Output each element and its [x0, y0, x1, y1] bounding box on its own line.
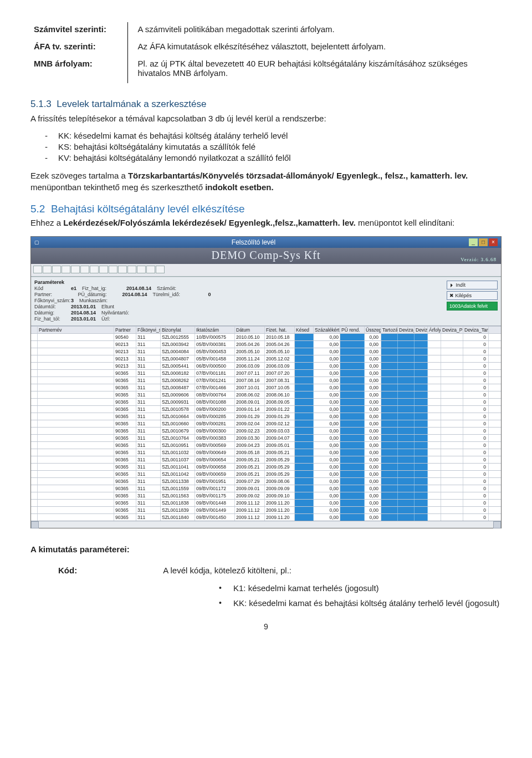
column-header[interactable]: Üsszeg [365, 327, 381, 333]
column-header[interactable]: Bizonylat [161, 327, 195, 333]
table-row[interactable]: 90365311SZL000818207/BV/0011812007.07.11… [31, 369, 501, 377]
table-row[interactable]: 90365311SZL000960608/BV/0007642008.06.02… [31, 391, 501, 398]
column-header[interactable]: Százalékért [314, 327, 340, 333]
toolbar-btn[interactable] [146, 266, 155, 273]
app-icon: ▢ [34, 240, 39, 245]
def-desc: Az ÁFA kimutatások elkészítéséhez válasz… [127, 39, 502, 57]
toolbar-btn[interactable] [156, 266, 165, 273]
adatok-button[interactable]: 1003Adatok felvit [447, 302, 498, 311]
definitions-table: Számvitel szerinti:A számviteli politiká… [30, 22, 502, 83]
list-item: K1: késedelmi kamat terhelés (jogosult) [219, 583, 502, 593]
kilepes-button[interactable]: ✖ Kilépés [447, 291, 498, 300]
table-row[interactable]: 90365311SZL001104109/BV/0006582009.05.21… [31, 463, 501, 470]
list-item: KK: késedelmi kamat és behajtási költség… [219, 598, 502, 608]
toolbar-btn[interactable] [109, 266, 117, 273]
def-desc: A számviteli politikában megadottak szer… [127, 22, 502, 39]
section-513-bullets: KK: késedelmi kamat és behajtási költség… [45, 131, 502, 162]
list-item: KV: behajtási költségátalány lemondó nyi… [45, 153, 502, 162]
table-row[interactable]: 90365311SZL001095109/BV/0005692009.04.23… [31, 441, 501, 449]
column-header[interactable]: Deviza_árfol [398, 327, 415, 333]
section-52-para: Ehhez a Lekérdezések/Folyószámla lekérde… [30, 217, 502, 228]
def-label: ÁFA tv. szerinti: [30, 39, 127, 57]
def-desc: Pl. az új PTK által bevezetett 40 EUR be… [127, 57, 502, 83]
table-row[interactable]: 90365311SZL001183809/BV/0014482009.11.12… [31, 499, 501, 506]
table-row[interactable]: 90213311SZL000480705/BV/0014582005.11.24… [31, 355, 501, 362]
toolbar-btn[interactable] [52, 266, 61, 273]
column-header[interactable]: Iktatószám [195, 327, 235, 333]
table-row[interactable]: 90365311SZL001103209/BV/0006492009.05.18… [31, 449, 501, 456]
heading-5-1-3: 5.1.3 Levelek tartalmának a szerkesztése [30, 99, 502, 110]
table-row[interactable]: 90365311SZL000993108/BV/0010882008.09.01… [31, 398, 501, 405]
params-section-title: A kimutatás paraméterei: [30, 544, 502, 555]
close-icon[interactable]: × [489, 238, 498, 246]
page-number: 9 [30, 622, 502, 631]
column-header[interactable]: Fizet. hat. [265, 327, 295, 333]
def-label: Számvitel szerinti: [30, 22, 127, 39]
toolbar-btn[interactable] [62, 266, 70, 273]
grid-header: PartnernévPartnerFőkönyvi_számBizonylatI… [31, 326, 501, 333]
column-header[interactable]: Partnernév [38, 327, 114, 333]
column-header[interactable]: Deviza_Tartozás [463, 327, 489, 333]
toolbar-btn[interactable] [118, 266, 127, 273]
minimize-icon[interactable]: _ [469, 238, 478, 246]
column-header[interactable] [31, 327, 38, 333]
column-header[interactable]: PÜ rend. [340, 327, 365, 333]
column-header[interactable]: Deviza_PÜ_rend [441, 327, 463, 333]
column-header[interactable]: Partner [114, 327, 136, 333]
table-row[interactable]: 90365311SZL001104209/BV/0006592009.05.21… [31, 470, 501, 477]
kod-row: Kód: A levél kódja, kötelező kitölteni, … [30, 565, 502, 576]
list-item: KK: késedelmi kamat és behajtási költség… [45, 131, 502, 140]
table-row[interactable]: 90213311SZL000394205/BV/0003812005.04.26… [31, 340, 501, 348]
kod-bullets: K1: késedelmi kamat terhelés (jogosult)K… [219, 583, 502, 608]
section-513-intro: A frissítés telepítésekor a témával kapc… [30, 113, 502, 124]
toolbar-btn[interactable] [71, 266, 80, 273]
section-513-para: Ezek szöveges tartalma a Törzskarbantart… [30, 170, 502, 193]
table-row[interactable]: 90365311SZL001103709/BV/0006542009.05.21… [31, 456, 501, 463]
column-header[interactable]: Főkönyvi_szám [136, 327, 161, 333]
app-window: ▢ Felszólító levél _ □ × DEMO Comp-Sys K… [30, 236, 502, 528]
params-panel: Paraméterek Kóde1Fiz_hat_ig:2014.08.14Sz… [34, 279, 447, 322]
column-header[interactable]: Késed [295, 327, 314, 333]
toolbar [31, 264, 501, 277]
titlebar[interactable]: ▢ Felszólító levél _ □ × [31, 237, 501, 248]
toolbar-btn[interactable] [137, 266, 146, 273]
table-row[interactable]: 90365311SZL001066409/BV/0002852009.01.29… [31, 413, 501, 420]
grid-body[interactable]: 90540311SZL001255510/BV/0005752010.05.10… [31, 333, 501, 521]
table-row[interactable]: 90365311SZL000826207/BV/0012412007.08.16… [31, 377, 501, 384]
table-row[interactable]: 90365311SZL001066009/BV/0002812009.02.04… [31, 420, 501, 427]
table-row[interactable]: 90365311SZL000848707/BV/0014662007.10.01… [31, 384, 501, 391]
window-title: Felszólító levél [39, 238, 468, 246]
maximize-icon[interactable]: □ [479, 238, 488, 246]
table-row[interactable]: 90365311SZL001076409/BV/0003832009.03.30… [31, 434, 501, 441]
column-header[interactable]: Dátum [235, 327, 265, 333]
table-row[interactable]: 90365311SZL001067909/BV/0003002009.02.23… [31, 427, 501, 434]
table-row[interactable]: 90213311SZL000544106/BV/0005002006.03.09… [31, 362, 501, 369]
table-row[interactable]: 90365311SZL001057809/BV/0002002009.01.14… [31, 405, 501, 413]
heading-5-2: 5.2 Behajtási költségátalány levél elkés… [30, 203, 502, 215]
table-row[interactable]: 90213311SZL000408405/BV/0004532005.05.10… [31, 348, 501, 355]
demo-banner: DEMO Comp-Sys Kft Verzió: 3.6.68 [31, 248, 501, 264]
table-row[interactable]: 90365311SZL001133809/BV/0019512009.07.29… [31, 477, 501, 485]
horizontal-scrollbar[interactable] [31, 521, 501, 528]
indit-button[interactable]: ⏵ Indít [447, 281, 498, 289]
column-header[interactable]: Tartozás [381, 327, 398, 333]
table-row[interactable]: 90540311SZL001255510/BV/0005752010.05.10… [31, 333, 501, 340]
toolbar-btn[interactable] [33, 266, 42, 273]
table-row[interactable]: 90365311SZL001156309/BV/0011752009.09.02… [31, 492, 501, 499]
version-label: Verzió: 3.6.68 [461, 257, 497, 262]
def-label: MNB árfolyam: [30, 57, 127, 83]
table-row[interactable]: 90365311SZL001183909/BV/0014492009.11.12… [31, 506, 501, 513]
column-header[interactable]: Árfolyam [428, 327, 441, 333]
toolbar-btn[interactable] [99, 266, 108, 273]
list-item: KS: behajtási költségátalány kimutatás a… [45, 142, 502, 151]
toolbar-btn[interactable] [127, 266, 136, 273]
table-row[interactable]: 90365311SZL001184009/BV/0014502009.11.12… [31, 513, 501, 521]
toolbar-btn[interactable] [43, 266, 52, 273]
toolbar-btn[interactable] [80, 266, 89, 273]
column-header[interactable]: Deviza [415, 327, 428, 333]
table-row[interactable]: 90365311SZL001155909/BV/0011722009.09.01… [31, 485, 501, 492]
toolbar-btn[interactable] [90, 266, 99, 273]
